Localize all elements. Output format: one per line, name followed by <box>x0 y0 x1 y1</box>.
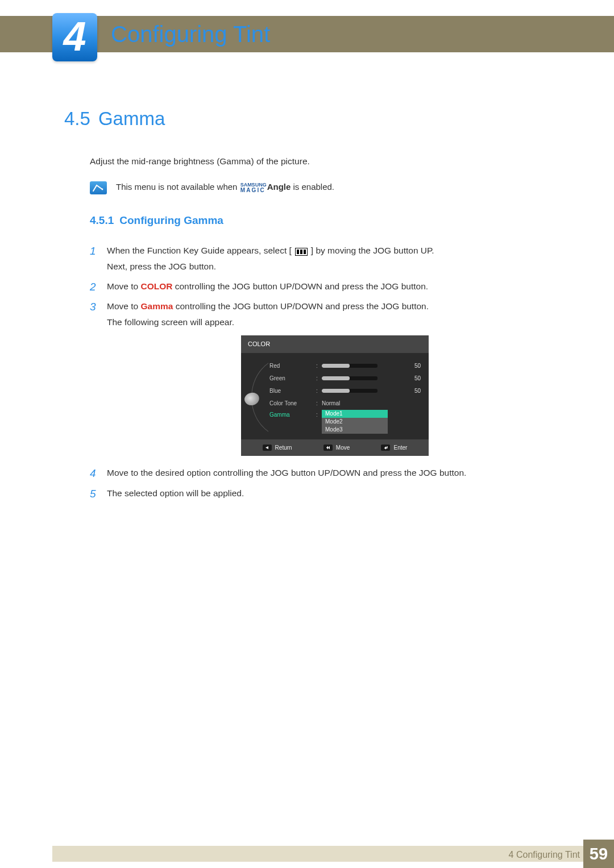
subsection-number: 4.5.1 <box>90 214 114 226</box>
subsection-heading: 4.5.1Configuring Gamma <box>90 214 563 227</box>
note-text: This menu is not available when SAMSUNGM… <box>116 182 334 193</box>
gamma-option: Mode2 <box>322 418 388 426</box>
gamma-option: Mode3 <box>322 426 388 434</box>
slider-blue <box>322 389 377 393</box>
note-feature: Angle <box>267 182 291 192</box>
gamma-option: Mode1 <box>322 410 388 418</box>
enter-key-icon <box>381 445 390 451</box>
section-title: Gamma <box>98 108 165 129</box>
page-number: 59 <box>583 840 614 868</box>
gamma-dropdown: Mode1 Mode2 Mode3 <box>322 410 388 434</box>
osd-screenshot: COLOR Red: 50 <box>241 335 429 456</box>
svg-rect-4 <box>304 250 306 254</box>
osd-move: Move <box>323 443 350 453</box>
step-number: 5 <box>90 484 96 503</box>
osd-row-green: Green: 50 <box>269 372 421 385</box>
osd-row-gamma: Gamma: Mode1 Mode2 Mode3 <box>269 410 421 434</box>
step-number: 1 <box>90 242 96 260</box>
note: This menu is not available when SAMSUNGM… <box>90 181 563 194</box>
step-number: 4 <box>90 464 96 483</box>
chapter-number-badge: 4 <box>52 13 97 61</box>
svg-point-0 <box>102 188 103 190</box>
step-5: 5 The selected option will be applied. <box>90 485 563 501</box>
osd-row-red: Red: 50 <box>269 360 421 372</box>
footer-bar <box>52 846 583 862</box>
osd-row-colortone: Color Tone: Normal <box>269 397 421 410</box>
step-list: 1 When the Function Key Guide appears, s… <box>90 243 563 501</box>
samsung-magic-logo: SAMSUNGMAGIC <box>240 182 267 193</box>
page-footer: 4 Configuring Tint 59 <box>0 840 614 868</box>
slider-red <box>322 364 377 368</box>
footer-chapter-label: 4 Configuring Tint <box>509 850 580 860</box>
osd-enter: Enter <box>381 443 407 453</box>
step-3: 3 Move to Gamma controlling the JOG butt… <box>90 298 563 456</box>
section-intro: Adjust the mid-range brightness (Gamma) … <box>90 155 563 168</box>
step-number: 2 <box>90 277 96 296</box>
section-heading: 4.5Gamma <box>64 108 563 130</box>
osd-title: COLOR <box>241 335 429 353</box>
section-number: 4.5 <box>64 108 90 129</box>
chapter-title: Configuring Tint <box>111 22 270 47</box>
step-2: 2 Move to COLOR controlling the JOG butt… <box>90 279 563 294</box>
slider-green <box>322 376 377 380</box>
move-key-icon <box>323 445 333 451</box>
osd-return: Return <box>263 443 292 453</box>
svg-rect-2 <box>297 250 299 254</box>
step-number: 3 <box>90 297 96 316</box>
osd-footer: Return Move Enter <box>241 439 429 456</box>
step-4: 4 Move to the desired option controlling… <box>90 465 563 480</box>
osd-row-blue: Blue: 50 <box>269 385 421 397</box>
keyword-color: COLOR <box>140 281 172 291</box>
subsection-title: Configuring Gamma <box>119 214 223 226</box>
page-content: 4.5Gamma Adjust the mid-range brightness… <box>64 108 563 505</box>
return-key-icon <box>263 445 272 451</box>
keyword-gamma: Gamma <box>140 301 173 311</box>
menu-icon <box>294 243 309 259</box>
note-icon <box>90 181 107 194</box>
svg-rect-3 <box>300 250 302 254</box>
step-1: 1 When the Function Key Guide appears, s… <box>90 243 563 275</box>
